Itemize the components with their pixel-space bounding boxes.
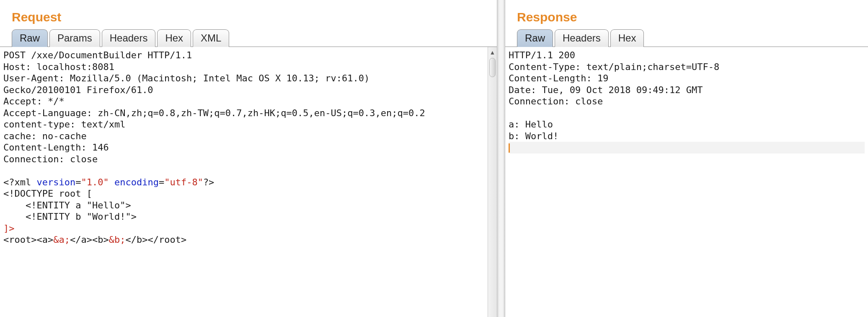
split-divider[interactable] bbox=[497, 0, 505, 317]
req-xml-sp1 bbox=[109, 177, 114, 187]
req-xml-encoding-val: "utf-8" bbox=[164, 177, 203, 187]
text-caret-icon bbox=[509, 143, 510, 153]
res-l4: Date: Tue, 09 Oct 2018 09:49:12 GMT bbox=[509, 85, 703, 95]
scroll-up-icon[interactable]: ▲ bbox=[488, 49, 497, 56]
req-l1: POST /xxe/DocumentBuilder HTTP/1.1 bbox=[3, 50, 192, 60]
req-xml-ent-b: &b; bbox=[109, 234, 126, 245]
req-xml-root-a: <root><a> bbox=[3, 234, 53, 245]
split-container: Request Raw Params Headers Hex XML POST … bbox=[0, 0, 868, 317]
req-l7: content-type: text/xml bbox=[3, 119, 125, 130]
req-xml-close-a-open-b: </a><b> bbox=[70, 234, 109, 245]
request-title: Request bbox=[12, 10, 497, 24]
response-panel: Response Raw Headers Hex HTTP/1.1 200 Co… bbox=[505, 0, 868, 317]
response-raw-content[interactable]: HTTP/1.1 200 Content-Type: text/plain;ch… bbox=[505, 47, 868, 317]
req-xml-encoding-name: encoding bbox=[114, 177, 159, 187]
tab-request-raw[interactable]: Raw bbox=[12, 29, 48, 47]
req-xml-version-name: version bbox=[36, 177, 75, 187]
request-tab-row: Raw Params Headers Hex XML bbox=[12, 29, 497, 47]
request-panel: Request Raw Params Headers Hex XML POST … bbox=[0, 0, 497, 317]
req-xml-eq1: = bbox=[75, 177, 81, 187]
req-xml-decl-open: <?xml bbox=[3, 177, 36, 187]
response-content-wrap: HTTP/1.1 200 Content-Type: text/plain;ch… bbox=[505, 47, 868, 317]
res-l7: b: World! bbox=[509, 131, 558, 141]
response-caret-line bbox=[509, 142, 865, 153]
tab-request-xml[interactable]: XML bbox=[193, 29, 229, 47]
req-xml-entity-b: <!ENTITY b "World!"> bbox=[3, 211, 137, 222]
request-scrollbar[interactable]: ▲ bbox=[488, 47, 497, 317]
req-xml-doctype-close: ]> bbox=[3, 223, 15, 234]
tab-response-raw[interactable]: Raw bbox=[517, 29, 553, 47]
req-xml-doctype: <!DOCTYPE root [ bbox=[3, 188, 92, 199]
res-l1: HTTP/1.1 200 bbox=[509, 50, 575, 60]
res-l6: a: Hello bbox=[509, 119, 553, 130]
req-l9: Content-Length: 146 bbox=[3, 142, 109, 153]
req-l10: Connection: close bbox=[3, 154, 98, 164]
scroll-thumb[interactable] bbox=[489, 58, 496, 77]
tab-response-headers[interactable]: Headers bbox=[555, 29, 609, 47]
tab-request-headers[interactable]: Headers bbox=[102, 29, 156, 47]
req-l5: Accept: */* bbox=[3, 96, 65, 107]
res-l3: Content-Length: 19 bbox=[509, 73, 608, 83]
req-l8: cache: no-cache bbox=[3, 131, 87, 141]
req-l4: Gecko/20100101 Firefox/61.0 bbox=[3, 85, 153, 95]
req-xml-decl-close: ?> bbox=[203, 177, 214, 187]
req-xml-close-b-root: </b></root> bbox=[125, 234, 186, 245]
response-tab-row: Raw Headers Hex bbox=[517, 29, 868, 47]
req-xml-entity-a: <!ENTITY a "Hello"> bbox=[3, 200, 131, 210]
tab-request-hex[interactable]: Hex bbox=[157, 29, 191, 47]
req-xml-version-val: "1.0" bbox=[81, 177, 108, 187]
response-title: Response bbox=[517, 10, 868, 24]
request-content-wrap: POST /xxe/DocumentBuilder HTTP/1.1 Host:… bbox=[0, 47, 497, 317]
res-l2: Content-Type: text/plain;charset=UTF-8 bbox=[509, 62, 719, 72]
res-l5: Connection: close bbox=[509, 96, 603, 107]
request-raw-content[interactable]: POST /xxe/DocumentBuilder HTTP/1.1 Host:… bbox=[0, 47, 488, 317]
req-l6: Accept-Language: zh-CN,zh;q=0.8,zh-TW;q=… bbox=[3, 108, 425, 118]
tab-response-hex[interactable]: Hex bbox=[610, 29, 644, 47]
req-l3: User-Agent: Mozilla/5.0 (Macintosh; Inte… bbox=[3, 73, 369, 83]
tab-request-params[interactable]: Params bbox=[49, 29, 100, 47]
req-l2: Host: localhost:8081 bbox=[3, 62, 114, 72]
req-xml-ent-a: &a; bbox=[53, 234, 70, 245]
req-xml-eq2: = bbox=[159, 177, 164, 187]
